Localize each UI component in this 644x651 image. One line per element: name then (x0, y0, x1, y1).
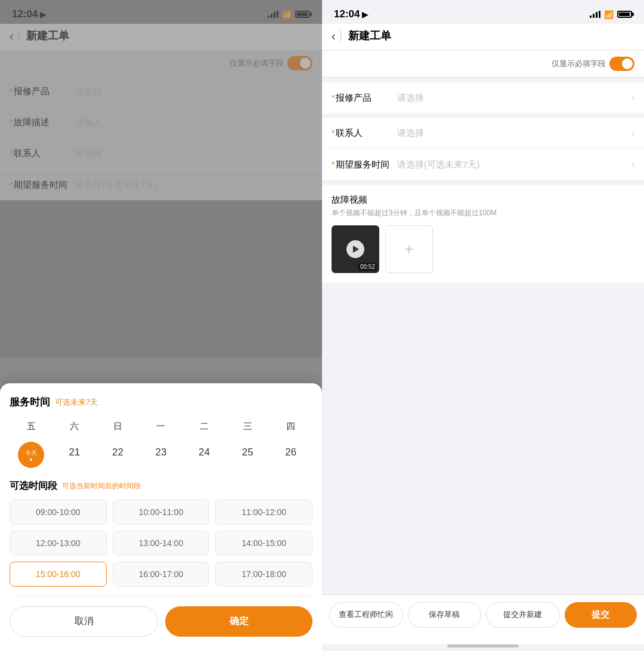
sheet-header: 服务时间 可选未来7天 (10, 395, 312, 409)
right-arrow-contact: › (631, 128, 634, 139)
timeslot-1000[interactable]: 10:00-11:00 (113, 500, 210, 525)
video-title: 故障视频 (332, 194, 634, 206)
right-page-title: 新建工单 (348, 29, 391, 43)
timeslot-1400[interactable]: 14:00-15:00 (215, 531, 312, 556)
right-toggle-label: 仅显示必填字段 (552, 58, 606, 69)
right-location-icon: ▶ (362, 10, 368, 19)
right-label-time: 期望服务时间 (332, 159, 397, 170)
right-panel: 12:04 ▶ 📶 ‹ 新建工单 仅显示必填字段 报修产品 (322, 0, 644, 651)
today-label: 今天 (25, 449, 37, 457)
day-fri: 五 (10, 418, 53, 437)
timeslot-1500[interactable]: 15:00-16:00 (10, 562, 107, 587)
video-hint: 单个视频不能超过3分钟，且单个视频不能超过100M (332, 208, 634, 218)
day-mon: 一 (140, 418, 183, 437)
left-panel: 12:04 ▶ 📶 ‹ 新建工单 (0, 0, 322, 651)
right-label-contact: 联系人 (332, 128, 397, 139)
day-sat: 六 (53, 418, 97, 437)
video-thumbnail[interactable]: 00:52 (332, 225, 379, 273)
right-arrow-time: › (631, 159, 634, 170)
right-value-product: 请选择 (397, 92, 631, 104)
right-signal-icon (590, 11, 600, 18)
right-time: 12:04 ▶ (334, 8, 368, 20)
right-contact-section: 联系人 请选择 › 期望服务时间 请选择(可选未来7天) › (322, 118, 644, 180)
right-toggle-row: 仅显示必填字段 (322, 51, 644, 78)
day-wed: 三 (226, 418, 270, 437)
calendar-dates: 今天 21 22 23 24 25 26 (10, 442, 312, 468)
right-status-icons: 📶 (590, 10, 632, 19)
day-tue: 二 (182, 418, 226, 437)
video-duration: 00:52 (358, 263, 377, 271)
cal-date-22[interactable]: 22 (96, 442, 140, 468)
submit-button[interactable]: 提交 (565, 602, 637, 628)
timeslot-1600[interactable]: 16:00-17:00 (113, 562, 210, 587)
right-nav: ‹ 新建工单 (322, 24, 644, 51)
timeslot-title: 可选时间段 (10, 480, 57, 492)
video-section: 故障视频 单个视频不能超过3分钟，且单个视频不能超过100M 00:52 + (322, 185, 644, 283)
right-battery-icon (617, 11, 632, 18)
video-items: 00:52 + (332, 225, 634, 273)
right-product-section: 报修产品 请选择 › (322, 82, 644, 113)
cal-date-today[interactable]: 今天 (18, 442, 44, 468)
cal-date-21[interactable]: 21 (53, 442, 97, 468)
right-arrow-product: › (631, 92, 634, 103)
right-value-time: 请选择(可选未来7天) (397, 159, 631, 170)
gray-overlay (0, 0, 322, 358)
timeslot-1700[interactable]: 17:00-18:00 (215, 562, 312, 587)
timeslot-grid: 09:00-10:00 10:00-11:00 11:00-12:00 12:0… (10, 500, 312, 587)
right-nav-divider (340, 30, 341, 42)
right-wifi-icon: 📶 (604, 10, 614, 19)
day-sun: 日 (96, 418, 140, 437)
timeslot-header: 可选时间段 可选当前时间后的时间段 (10, 480, 312, 492)
cal-date-23[interactable]: 23 (140, 442, 183, 468)
today-dot (30, 458, 32, 461)
submit-new-button[interactable]: 提交并新建 (486, 602, 560, 628)
video-play-button[interactable] (346, 240, 364, 258)
timeslot-0900[interactable]: 09:00-10:00 (10, 500, 107, 525)
right-status-bar: 12:04 ▶ 📶 (322, 0, 644, 24)
view-engineer-button[interactable]: 查看工程师忙闲 (329, 602, 403, 628)
timeslot-1300[interactable]: 13:00-14:00 (113, 531, 210, 556)
right-label-product: 报修产品 (332, 92, 397, 104)
time-picker-sheet: 服务时间 可选未来7天 五 六 日 一 二 三 四 今天 21 22 23 24… (0, 383, 322, 651)
cal-date-25[interactable]: 25 (226, 442, 270, 468)
save-draft-button[interactable]: 保存草稿 (408, 602, 482, 628)
day-thu: 四 (269, 418, 312, 437)
timeslot-1200[interactable]: 12:00-13:00 (10, 531, 107, 556)
cal-date-26[interactable]: 26 (269, 442, 312, 468)
cancel-button[interactable]: 取消 (10, 606, 158, 637)
timeslot-1100[interactable]: 11:00-12:00 (215, 500, 312, 525)
confirm-button[interactable]: 确定 (165, 606, 312, 637)
calendar-day-headers: 五 六 日 一 二 三 四 (10, 418, 312, 437)
right-field-contact[interactable]: 联系人 请选择 › (322, 118, 644, 149)
video-add-button[interactable]: + (385, 225, 433, 273)
sheet-subtitle: 可选未来7天 (55, 397, 98, 408)
right-field-product[interactable]: 报修产品 请选择 › (322, 82, 644, 113)
timeslot-hint: 可选当前时间后的时间段 (62, 481, 141, 491)
content-spacer (322, 287, 644, 594)
cal-date-24[interactable]: 24 (182, 442, 226, 468)
right-field-time[interactable]: 期望服务时间 请选择(可选未来7天) › (322, 149, 644, 180)
sheet-title: 服务时间 (10, 395, 50, 409)
sheet-buttons: 取消 确定 (10, 596, 312, 651)
home-indicator (447, 644, 519, 647)
right-toggle-switch[interactable] (609, 57, 634, 71)
bottom-actions: 查看工程师忙闲 保存草稿 提交并新建 提交 (322, 594, 644, 644)
right-value-contact: 请选择 (397, 128, 631, 139)
right-back-button[interactable]: ‹ (332, 29, 336, 43)
